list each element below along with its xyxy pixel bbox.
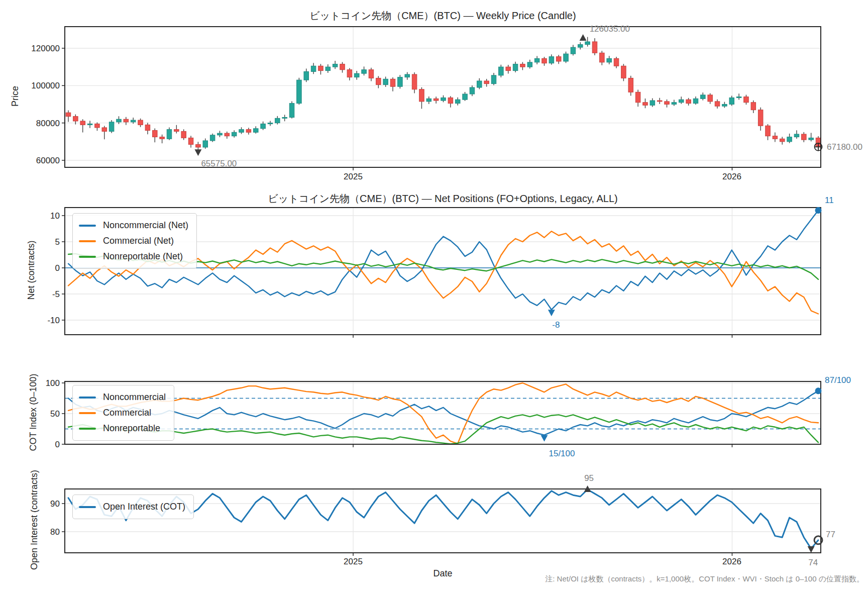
y-tick-label: 10	[50, 211, 60, 221]
candle-body	[542, 58, 547, 63]
noncommercial-line-swatch	[79, 397, 96, 399]
candle-body	[744, 97, 749, 103]
candle-body	[751, 103, 756, 110]
candle-body	[628, 78, 633, 92]
oi-x-tick-2025: 2025	[331, 557, 376, 567]
candle-body	[390, 79, 395, 86]
candle-body	[556, 57, 561, 61]
legend-label: Nonreportable (Net)	[103, 251, 183, 262]
candle-body	[275, 118, 280, 123]
candle-body	[131, 120, 136, 122]
candle-body	[268, 123, 273, 124]
annotation-marker	[548, 310, 555, 316]
candle-body	[181, 131, 186, 138]
candle-body	[534, 58, 539, 62]
candle-body	[160, 137, 165, 139]
series-line-noncommercial	[68, 391, 818, 435]
candle-body	[578, 45, 583, 48]
candle-body	[600, 53, 605, 62]
nonreportable-line-swatch	[79, 256, 96, 258]
candle-body	[802, 134, 807, 140]
net-panel-title: ビットコイン先物（CME）(BTC) — Net Positions (FO+O…	[65, 192, 821, 206]
annotation-last-label: 77	[826, 530, 835, 539]
candle-body	[621, 66, 626, 78]
annotation-last-label: 67180.00	[827, 142, 862, 152]
candle-body	[722, 104, 727, 106]
legend-label: Nonreportable	[103, 423, 160, 434]
annotation-marker	[580, 34, 587, 41]
candle-body	[455, 100, 460, 103]
candle-body	[499, 67, 504, 75]
y-tick-label: 0	[55, 440, 60, 449]
series-line-nonreportable	[68, 415, 818, 444]
legend-label: Noncommercial (Net)	[103, 220, 188, 231]
legend-item-noncommercial: Noncommercial	[79, 389, 166, 405]
candle-body	[87, 124, 92, 125]
candle-body	[333, 64, 338, 67]
candle-body	[794, 134, 799, 137]
candle-body	[196, 144, 201, 147]
candle-body	[210, 135, 215, 141]
candle-body	[672, 103, 677, 105]
candle-body	[145, 125, 150, 130]
oi-y-axis-label: Open Interest (contracts)	[29, 440, 40, 593]
candle-body	[708, 95, 713, 102]
cot-legend: Noncommercial Commercial Nonreportable	[72, 385, 174, 441]
candle-body	[686, 100, 691, 103]
candle-body	[665, 102, 670, 105]
y-tick-label: -10	[47, 316, 60, 325]
y-tick-label: 0	[55, 263, 60, 273]
candle-body	[484, 81, 489, 84]
series-end-marker	[815, 207, 822, 214]
annotation-marker	[808, 546, 815, 553]
oi-line-swatch	[79, 506, 96, 508]
candle-body	[527, 62, 532, 67]
candle-body	[448, 97, 453, 103]
price-x-tick-2025: 2025	[331, 172, 376, 182]
legend-item-nonreportable-net: Nonreportable (Net)	[79, 249, 188, 264]
candle-body	[657, 101, 662, 102]
candle-body	[463, 94, 468, 100]
candle-body	[592, 42, 597, 53]
candle-body	[188, 138, 193, 144]
candle-body	[585, 42, 590, 45]
panel-border	[65, 27, 821, 167]
candle-body	[117, 119, 122, 122]
candle-body	[607, 58, 612, 62]
candle-body	[218, 133, 223, 135]
candle-body	[441, 97, 446, 101]
candle-body	[571, 47, 576, 54]
candle-body	[203, 141, 208, 147]
candle-body	[736, 97, 741, 98]
series-end-marker	[815, 387, 822, 394]
annotation-low-label: 65575.00	[201, 159, 237, 168]
candle-body	[369, 70, 374, 78]
candle-body	[109, 122, 114, 132]
candle-body	[773, 136, 778, 139]
y-tick-label: 80000	[36, 119, 60, 128]
footnote: 注: Net/OI は枚数（contracts）。k=1,000枚。COT In…	[352, 574, 864, 584]
net-y-axis-label: Net (contracts)	[26, 190, 37, 351]
commercial-line-swatch	[79, 412, 96, 414]
price-x-tick-2026: 2026	[709, 172, 754, 182]
candle-body	[239, 130, 244, 133]
candle-body	[174, 130, 179, 132]
candle-body	[477, 81, 482, 87]
candle-body	[66, 113, 71, 116]
candle-body	[354, 73, 359, 77]
candle-body	[102, 128, 107, 131]
y-tick-label: 90	[50, 499, 60, 509]
candle-body	[167, 130, 172, 139]
candle-body	[426, 98, 431, 102]
legend-item-noncommercial-net: Noncommercial (Net)	[79, 218, 188, 233]
candle-body	[766, 126, 771, 136]
legend-item-commercial-net: Commercial (Net)	[79, 233, 188, 249]
legend-label: Commercial (Net)	[103, 236, 174, 246]
candle-body	[419, 89, 424, 102]
y-tick-label: -5	[52, 289, 60, 299]
legend-item-open-interest: Open Interest (COT)	[79, 499, 185, 515]
noncommercial-line-swatch	[79, 225, 96, 227]
candle-body	[232, 132, 237, 136]
candle-body	[650, 101, 655, 105]
annotation-dip-label: -8	[552, 320, 560, 330]
